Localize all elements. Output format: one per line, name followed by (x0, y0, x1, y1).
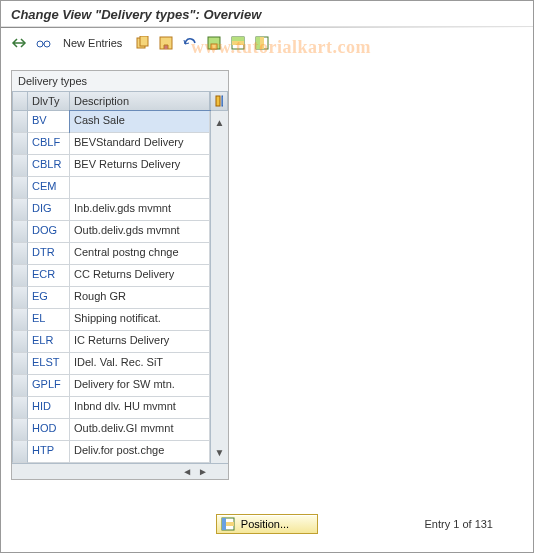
cell-dlvty[interactable]: BV (28, 111, 70, 133)
cell-dlvty[interactable]: DTR (28, 243, 70, 265)
row-selector[interactable] (12, 221, 28, 243)
table-row[interactable]: HTPDeliv.for post.chge▼ (12, 441, 228, 463)
vscroll-track (210, 419, 228, 441)
cell-description[interactable]: Inbnd dlv. HU mvmnt (70, 397, 210, 419)
cell-description[interactable]: IC Returns Delivery (70, 331, 210, 353)
cell-description[interactable]: CC Returns Delivery (70, 265, 210, 287)
svg-rect-13 (216, 96, 220, 106)
row-selector[interactable] (12, 375, 28, 397)
row-selector[interactable] (12, 353, 28, 375)
table-row[interactable]: BVCash Sale▲ (12, 111, 228, 133)
svg-rect-11 (256, 37, 260, 49)
cell-dlvty[interactable]: EL (28, 309, 70, 331)
table-row[interactable]: CBLFBEVStandard Delivery (12, 133, 228, 155)
cell-description[interactable]: BEV Returns Delivery (70, 155, 210, 177)
svg-point-0 (37, 41, 43, 47)
row-selector[interactable] (12, 111, 28, 133)
cell-description[interactable]: Central postng chnge (70, 243, 210, 265)
scroll-down-icon[interactable]: ▼ (215, 447, 225, 458)
cell-dlvty[interactable]: ELST (28, 353, 70, 375)
table-row[interactable]: HODOutb.deliv.GI mvmnt (12, 419, 228, 441)
row-selector[interactable] (12, 243, 28, 265)
cell-description[interactable]: Deliv.for post.chge (70, 441, 210, 463)
vscroll-track (210, 353, 228, 375)
cell-dlvty[interactable]: ELR (28, 331, 70, 353)
vscroll-track[interactable]: ▼ (210, 441, 228, 463)
cell-dlvty[interactable]: HID (28, 397, 70, 419)
svg-rect-3 (140, 36, 148, 46)
cell-dlvty[interactable]: DOG (28, 221, 70, 243)
cell-description[interactable]: Shipping notificat. (70, 309, 210, 331)
row-selector[interactable] (12, 177, 28, 199)
header-dlvty[interactable]: DlvTy (28, 91, 70, 111)
cell-dlvty[interactable]: HOD (28, 419, 70, 441)
glasses-icon[interactable] (33, 33, 53, 53)
cell-dlvty[interactable]: ECR (28, 265, 70, 287)
row-selector[interactable] (12, 419, 28, 441)
svg-rect-9 (232, 41, 244, 45)
row-selector[interactable] (12, 441, 28, 463)
scroll-up-icon[interactable]: ▲ (215, 117, 225, 128)
cell-dlvty[interactable]: CBLR (28, 155, 70, 177)
table-row[interactable]: CEM (12, 177, 228, 199)
cell-description[interactable]: Outb.deliv.gds mvmnt (70, 221, 210, 243)
row-selector[interactable] (12, 155, 28, 177)
panel-title: Delivery types (12, 71, 228, 91)
vscroll-track (210, 331, 228, 353)
table-save-icon[interactable] (204, 33, 224, 53)
table-row[interactable]: GPLFDelivery for SW mtn. (12, 375, 228, 397)
header-configure-icon[interactable] (210, 91, 228, 111)
vscroll-track (210, 309, 228, 331)
select-all-icon[interactable] (228, 33, 248, 53)
vscroll-track[interactable]: ▲ (210, 111, 228, 133)
row-selector[interactable] (12, 199, 28, 221)
copy-icon[interactable] (132, 33, 152, 53)
cell-dlvty[interactable]: CEM (28, 177, 70, 199)
table-row[interactable]: DOGOutb.deliv.gds mvmnt (12, 221, 228, 243)
table-row[interactable]: ELShipping notificat. (12, 309, 228, 331)
row-selector[interactable] (12, 133, 28, 155)
row-selector[interactable] (12, 265, 28, 287)
row-selector[interactable] (12, 287, 28, 309)
cell-dlvty[interactable]: DIG (28, 199, 70, 221)
table-row[interactable]: ELSTIDel. Val. Rec. SiT (12, 353, 228, 375)
cell-description[interactable] (70, 177, 210, 199)
svg-rect-16 (222, 518, 226, 530)
save-row-icon[interactable] (156, 33, 176, 53)
cell-dlvty[interactable]: CBLF (28, 133, 70, 155)
toggle-view-icon[interactable] (9, 33, 29, 53)
table-row[interactable]: CBLRBEV Returns Delivery (12, 155, 228, 177)
table-row[interactable]: HIDInbnd dlv. HU mvmnt (12, 397, 228, 419)
table-row[interactable]: DIGInb.deliv.gds mvmnt (12, 199, 228, 221)
horizontal-scrollbar[interactable]: ◄ ► (12, 463, 228, 479)
table-row[interactable]: ECRCC Returns Delivery (12, 265, 228, 287)
cell-description[interactable]: Outb.deliv.GI mvmnt (70, 419, 210, 441)
cell-dlvty[interactable]: GPLF (28, 375, 70, 397)
cell-dlvty[interactable]: EG (28, 287, 70, 309)
cell-description[interactable]: IDel. Val. Rec. SiT (70, 353, 210, 375)
position-button[interactable]: Position... (216, 514, 318, 534)
undo-icon[interactable] (180, 33, 200, 53)
scroll-right-icon[interactable]: ► (196, 466, 210, 477)
scroll-left-icon[interactable]: ◄ (180, 466, 194, 477)
new-entries-button[interactable]: New Entries (57, 37, 128, 49)
cell-description[interactable]: Rough GR (70, 287, 210, 309)
cell-description[interactable]: Cash Sale (70, 111, 210, 133)
footer: Position... Entry 1 of 131 (1, 514, 533, 534)
toolbar: New Entries (1, 30, 533, 56)
row-selector[interactable] (12, 397, 28, 419)
svg-rect-12 (260, 37, 264, 49)
table-row[interactable]: ELRIC Returns Delivery (12, 331, 228, 353)
cell-description[interactable]: Delivery for SW mtn. (70, 375, 210, 397)
table-row[interactable]: EGRough GR (12, 287, 228, 309)
deselect-all-icon[interactable] (252, 33, 272, 53)
table-row[interactable]: DTRCentral postng chnge (12, 243, 228, 265)
grid: DlvTy Description BVCash Sale▲CBLFBEVSta… (12, 91, 228, 479)
header-select-col[interactable] (12, 91, 28, 111)
header-description[interactable]: Description (70, 91, 210, 111)
cell-dlvty[interactable]: HTP (28, 441, 70, 463)
cell-description[interactable]: Inb.deliv.gds mvmnt (70, 199, 210, 221)
cell-description[interactable]: BEVStandard Delivery (70, 133, 210, 155)
row-selector[interactable] (12, 309, 28, 331)
row-selector[interactable] (12, 331, 28, 353)
